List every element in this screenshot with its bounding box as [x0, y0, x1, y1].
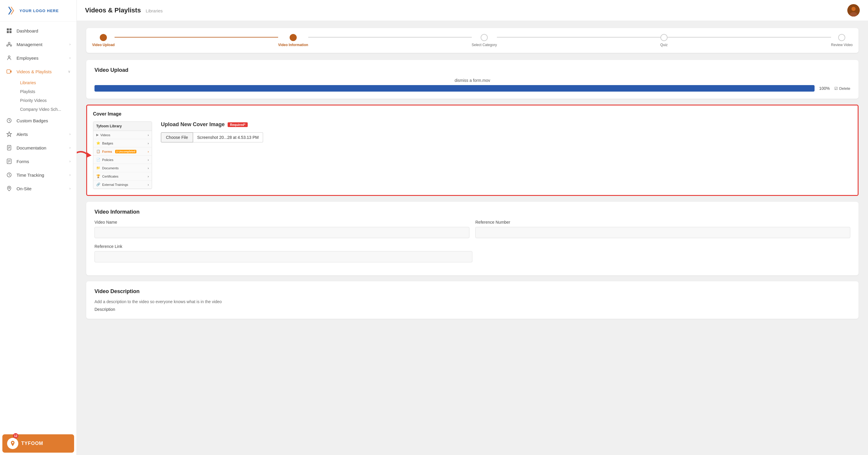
- video-name-input[interactable]: [94, 227, 469, 238]
- step-label-quiz: Quiz: [660, 43, 668, 47]
- cover-content: Tyfoom Library ▶ Videos › ⭐ Badges: [93, 121, 852, 189]
- certificates-icon: 🏆: [96, 174, 100, 178]
- sub-item-playlists[interactable]: Playlists: [17, 87, 76, 96]
- video-description-title: Video Description: [94, 288, 850, 294]
- library-item-badges-label: Badges: [102, 142, 113, 145]
- tyfoom-icon: [7, 438, 18, 449]
- svg-point-27: [102, 36, 105, 39]
- red-arrow: [77, 146, 93, 164]
- sidebar-item-forms-label: Forms: [17, 159, 65, 164]
- step-line-1: [115, 37, 278, 37]
- library-item-forms[interactable]: 📋 Forms 2 Uncompleted ›: [93, 147, 152, 156]
- step-video-information: Video Information: [278, 34, 308, 47]
- svg-line-9: [9, 45, 11, 45]
- policies-icon: 📄: [96, 158, 100, 162]
- step-circle-review-video: [838, 34, 845, 41]
- sidebar-item-videos-playlists[interactable]: Videos & Playlists ∨: [0, 65, 76, 78]
- file-input-row: Choose File Screenshot 20...28 at 4.53.1…: [161, 132, 852, 142]
- reference-link-input[interactable]: [94, 251, 472, 262]
- cover-image-title: Cover Image: [93, 111, 852, 117]
- avatar-image: [847, 4, 860, 17]
- reference-number-input[interactable]: [475, 227, 850, 238]
- sidebar-item-onsite[interactable]: On-Site ›: [0, 182, 76, 195]
- video-name-label: Video Name: [94, 220, 469, 225]
- step-quiz: Quiz: [660, 34, 668, 47]
- forms-icon: [6, 158, 12, 165]
- upload-label-text: Upload New Cover Image: [161, 121, 225, 127]
- delete-label: Delete: [839, 86, 850, 91]
- library-item-certificates-label: Certificates: [102, 175, 118, 178]
- sidebar-item-custom-badges-label: Custom Badges: [17, 118, 70, 123]
- notification-badge: 12: [13, 433, 18, 438]
- step-select-category: Select Category: [472, 34, 497, 47]
- forms-lib-icon: 📋: [96, 149, 100, 153]
- step-video-upload: Video Upload: [92, 34, 115, 47]
- ext-trainings-arrow: ›: [148, 183, 149, 187]
- forms-badge: 2 Uncompleted: [115, 150, 137, 153]
- sub-item-company-video-schedule[interactable]: Company Video Sch...: [17, 105, 76, 114]
- library-item-certificates[interactable]: 🏆 Certificates ›: [93, 172, 152, 180]
- svg-point-23: [12, 442, 13, 444]
- reference-number-label: Reference Number: [475, 220, 850, 225]
- upload-new-cover-label: Upload New Cover Image Required*: [161, 121, 852, 127]
- description-label: Description: [94, 307, 850, 312]
- progress-bar-container: 100% ☑ Delete: [94, 85, 850, 92]
- reference-link-label: Reference Link: [94, 244, 850, 249]
- sidebar-item-time-tracking-label: Time Tracking: [17, 173, 65, 177]
- sidebar-item-alerts[interactable]: Alerts ›: [0, 127, 76, 141]
- progress-percent: 100%: [819, 86, 830, 91]
- library-item-documents-label: Documents: [102, 166, 119, 170]
- svg-point-22: [8, 187, 10, 189]
- delete-button[interactable]: ☑ Delete: [834, 86, 850, 91]
- svg-marker-29: [87, 152, 92, 158]
- logo-icon: [6, 5, 17, 16]
- topbar: Videos & Playlists Libraries: [77, 0, 868, 21]
- library-item-ext-trainings-label: External Trainings: [102, 183, 128, 187]
- video-icon: [6, 68, 12, 75]
- step-label-review-video: Review Video: [831, 43, 852, 47]
- sidebar-item-documentation[interactable]: Documentation ›: [0, 141, 76, 154]
- sidebar-item-employees[interactable]: Employees ›: [0, 51, 76, 65]
- step-circle-video-upload: [100, 34, 107, 41]
- library-item-documents[interactable]: 📁 Documents ›: [93, 164, 152, 172]
- cover-image-section: Cover Image Tyfoom Library ▶ Vi: [86, 105, 859, 196]
- videos-icon: ▶: [96, 133, 99, 137]
- step-line-3: [497, 37, 660, 37]
- videos-arrow: ›: [148, 133, 149, 137]
- logo-area[interactable]: YOUR LOGO HERE: [0, 0, 76, 22]
- dashboard-icon: [6, 27, 12, 34]
- library-item-policies[interactable]: 📄 Policies ›: [93, 156, 152, 164]
- choose-file-button[interactable]: Choose File: [161, 132, 193, 142]
- sidebar-item-time-tracking[interactable]: Time Tracking ›: [0, 168, 76, 182]
- step-label-select-category: Select Category: [472, 43, 497, 47]
- sidebar-item-forms[interactable]: Forms ›: [0, 154, 76, 168]
- library-header: Tyfoom Library: [93, 122, 152, 131]
- step-review-video: Review Video: [831, 34, 852, 47]
- alert-icon: [6, 131, 12, 137]
- sidebar-item-management[interactable]: Management ›: [0, 37, 76, 51]
- sidebar-item-custom-badges[interactable]: Custom Badges: [0, 114, 76, 127]
- sub-item-libraries[interactable]: Libraries: [17, 78, 76, 87]
- policies-arrow: ›: [148, 158, 149, 162]
- main-content: Videos & Playlists Libraries Video Uploa…: [77, 0, 868, 455]
- library-item-videos[interactable]: ▶ Videos ›: [93, 131, 152, 139]
- step-line-2: [308, 37, 472, 37]
- sub-item-priority-videos[interactable]: Priority Videos: [17, 96, 76, 105]
- progress-fill: [94, 85, 814, 92]
- topbar-title-area: Videos & Playlists Libraries: [85, 6, 163, 14]
- sidebar-item-dashboard[interactable]: Dashboard: [0, 24, 76, 37]
- avatar[interactable]: [847, 4, 860, 17]
- logo-text: YOUR LOGO HERE: [20, 8, 59, 13]
- step-line-4: [668, 37, 831, 37]
- library-item-videos-label: Videos: [100, 133, 110, 137]
- library-item-external-trainings[interactable]: 🔗 External Trainings ›: [93, 180, 152, 189]
- svg-point-4: [8, 42, 10, 44]
- certificates-arrow: ›: [148, 175, 149, 178]
- sidebar-item-alerts-label: Alerts: [17, 132, 65, 137]
- tyfoom-button[interactable]: TYFOOM 12: [2, 434, 74, 453]
- svg-rect-1: [9, 28, 11, 30]
- reference-number-field: Reference Number: [475, 220, 850, 238]
- library-item-badges[interactable]: ⭐ Badges ›: [93, 139, 152, 147]
- management-icon: [6, 41, 12, 48]
- svg-point-25: [851, 7, 856, 11]
